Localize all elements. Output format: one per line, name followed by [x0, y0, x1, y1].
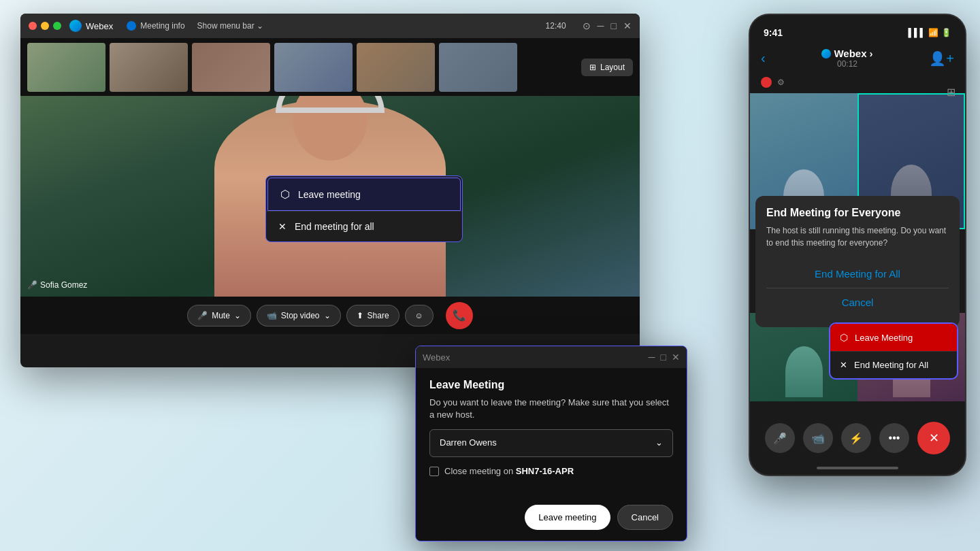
emoji-button[interactable]: ☺	[405, 305, 434, 327]
mobile-end-call-button[interactable]: ✕	[917, 422, 950, 454]
dialog-body-text: Do you want to leave the meeting? Make s…	[416, 397, 687, 499]
battery-icon: 🔋	[941, 28, 951, 37]
mobile-end-all-button[interactable]: End Meeting for All	[766, 260, 949, 288]
mobile-time: 9:41	[764, 27, 783, 38]
leave-meeting-dialog: Webex ─ □ ✕ Leave Meeting Do you want to…	[415, 346, 687, 541]
leave-meeting-button[interactable]: Leave meeting	[525, 505, 610, 530]
mobile-end-all-btn[interactable]: ✕ End Meeting for All	[830, 351, 957, 378]
dialog-actions: Leave meeting Cancel	[416, 499, 687, 541]
mobile-cancel-button[interactable]: Cancel	[766, 288, 949, 316]
mobile-bluetooth-button[interactable]: ⚡	[841, 423, 871, 453]
mobile-status-icons: ▌▌▌ 📶 🔋	[908, 28, 951, 37]
bottom-controls: 🎤 Mute ⌄ 📹 Stop video ⌄ ⬆ Share ☺ 📞	[20, 297, 640, 334]
participant-thumb-5[interactable]	[357, 43, 435, 92]
close-meeting-checkbox[interactable]	[429, 467, 439, 476]
minimize-button[interactable]	[41, 22, 49, 30]
mobile-rec-bar: ⚙	[750, 74, 965, 93]
webex-logo-icon	[69, 20, 82, 32]
mobile-leave-btn[interactable]: ⬡ Leave Meeting	[830, 324, 957, 351]
host-select[interactable]: Darren Owens ⌄	[429, 429, 673, 456]
participant-name-label: 🎤 Sofia Gomez	[27, 280, 87, 290]
meeting-time: 12:40	[546, 21, 566, 31]
mute-button[interactable]: 🎤 Mute ⌄	[187, 305, 251, 327]
dialog-app-name: Webex	[423, 352, 450, 363]
record-dot-icon	[761, 77, 772, 88]
meeting-info-icon	[127, 21, 136, 31]
leave-meeting-option[interactable]: ⬡ Leave meeting	[267, 178, 461, 211]
signal-icon: ▌▌▌	[908, 28, 926, 37]
show-menu-bar-btn[interactable]: Show menu bar ⌄	[197, 21, 263, 31]
webex-title-text: Webex	[86, 21, 113, 31]
end-call-button[interactable]: 📞	[446, 302, 473, 329]
mobile-status-bar: 9:41 ▌▌▌ 📶 🔋	[750, 15, 965, 45]
desktop-webex-window: Webex Meeting info Show menu bar ⌄ 12:40…	[20, 14, 640, 367]
maximize-button[interactable]	[53, 22, 61, 30]
end-meeting-option[interactable]: ✕ End meeting for all	[266, 211, 462, 241]
mobile-video-button[interactable]: 📹	[803, 423, 833, 453]
main-video: 🎤 Sofia Gomez ⬡ Leave meeting ✕ End meet…	[20, 96, 640, 297]
leave-icon: ⬡	[840, 332, 848, 343]
video-icon: 📹	[811, 432, 825, 445]
mobile-mic-button[interactable]: 🎤	[765, 423, 795, 453]
end-meeting-icon: ✕	[278, 221, 287, 232]
window-action-icons: ⊙ ─ □ ✕	[583, 20, 632, 31]
stop-video-button[interactable]: 📹 Stop video ⌄	[257, 305, 341, 327]
restore-icon[interactable]: □	[611, 20, 617, 31]
participant-thumb-3[interactable]	[192, 43, 270, 92]
grid-layout-icon[interactable]: ⊞	[947, 86, 956, 99]
mobile-control-bar: 🎤 📹 ⚡ ••• ✕	[750, 422, 965, 454]
participants-strip: ⊞ Layout	[20, 38, 640, 96]
mobile-end-dialog: End Meeting for Everyone The host is sti…	[755, 196, 960, 327]
webex-logo: Webex	[69, 20, 113, 32]
participant-thumb-4[interactable]	[274, 43, 353, 92]
dialog-titlebar: Webex ─ □ ✕	[416, 346, 687, 368]
meeting-duration: 00:12	[821, 59, 872, 69]
emoji-icon: ☺	[415, 311, 423, 320]
participant-thumb-1[interactable]	[27, 43, 105, 92]
window-controls	[29, 22, 61, 30]
dialog-close-icon[interactable]: ✕	[672, 352, 680, 363]
close-meeting-label: Close meeting on SHN7-16-APR	[444, 465, 574, 478]
close-icon[interactable]: ✕	[623, 20, 632, 31]
options-icon: ⚙	[777, 78, 785, 87]
layout-icon: ⊞	[589, 63, 596, 72]
share-button[interactable]: ⬆ Share	[346, 305, 399, 327]
add-person-icon[interactable]: 👤+	[929, 50, 954, 67]
webex-ball-icon	[821, 49, 831, 59]
close-meeting-checkbox-row: Close meeting on SHN7-16-APR	[429, 465, 673, 478]
chevron-down-icon: ⌄	[234, 311, 241, 320]
chevron-down-icon: ⌄	[324, 311, 331, 320]
mic-icon: 🎤	[773, 432, 787, 445]
minimize-icon[interactable]: ─	[598, 20, 604, 31]
back-button[interactable]: ‹	[761, 50, 766, 66]
mobile-leave-popup: ⬡ Leave Meeting ✕ End Meeting for All	[829, 322, 958, 380]
bluetooth-icon: ⚡	[849, 432, 863, 445]
mic-icon: 🎤	[197, 311, 208, 320]
record-icon: ⊙	[583, 20, 591, 31]
share-icon: ⬆	[357, 311, 363, 320]
mobile-meeting-header: ‹ Webex › 00:12 👤+	[750, 45, 965, 74]
mobile-more-button[interactable]: •••	[879, 423, 909, 453]
meeting-info-btn[interactable]: Meeting info	[127, 21, 184, 31]
chevron-icon: ›	[870, 48, 873, 59]
mobile-app-name: Webex ›	[821, 48, 872, 59]
leave-meeting-icon: ⬡	[280, 188, 290, 201]
participant-thumb-6[interactable]	[439, 43, 517, 92]
mobile-phone: 9:41 ▌▌▌ 📶 🔋 ‹ Webex › 00:12 👤+ ⚙ ⊞	[749, 14, 966, 476]
chevron-down-icon: ⌄	[257, 21, 263, 31]
more-icon: •••	[889, 432, 900, 444]
layout-button[interactable]: ⊞ Layout	[581, 59, 633, 76]
cancel-button[interactable]: Cancel	[617, 505, 673, 530]
context-menu: ⬡ Leave meeting ✕ End meeting for all	[265, 176, 463, 242]
end-call-icon: 📞	[453, 309, 466, 322]
home-indicator	[817, 467, 898, 469]
chevron-down-icon: ⌄	[655, 437, 663, 449]
participant-thumb-2[interactable]	[110, 43, 188, 92]
close-button[interactable]	[29, 22, 37, 30]
dialog-restore-icon[interactable]: □	[661, 352, 666, 363]
mobile-meeting-title: Webex › 00:12	[821, 48, 872, 69]
dialog-minimize-icon[interactable]: ─	[649, 352, 655, 363]
dialog-title: Leave Meeting	[416, 368, 687, 397]
meeting-info-label: Meeting info	[140, 21, 184, 31]
mobile-end-body: The host is still running this meeting. …	[766, 224, 949, 249]
